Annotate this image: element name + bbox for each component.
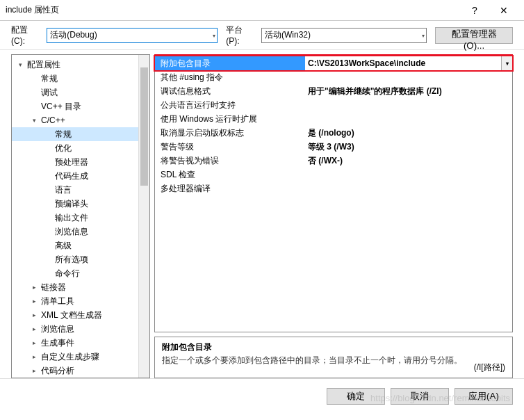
property-name: SDL 检查: [155, 169, 305, 181]
tree-item-label: 预处理器: [55, 156, 88, 168]
tree-item[interactable]: ▸代码分析: [12, 364, 138, 378]
tree-item[interactable]: 所有选项: [12, 252, 138, 266]
property-row[interactable]: 多处理器编译: [155, 181, 512, 195]
tree-arrow-icon: ▸: [33, 339, 40, 346]
property-value[interactable]: 用于"编辑并继续"的程序数据库 (/ZI): [305, 86, 512, 97]
property-name: 使用 Windows 运行时扩展: [155, 113, 305, 125]
tree-item-label: 常规: [41, 73, 58, 85]
tree-item[interactable]: 命令行: [12, 266, 138, 280]
property-row[interactable]: 附加包含目录C:\VS2013WorkSpace\include▾: [154, 55, 514, 72]
tree-item-label: 代码生成: [55, 170, 88, 182]
tree-scrollbar[interactable]: [138, 55, 149, 378]
property-row[interactable]: SDL 检查: [155, 168, 512, 181]
tree-item[interactable]: 常规: [12, 72, 138, 86]
tree-item[interactable]: 代码生成: [12, 169, 138, 183]
property-tree[interactable]: ▾配置属性常规调试VC++ 目录▾C/C++常规优化预处理器代码生成语言预编译头…: [12, 55, 138, 378]
tree-item[interactable]: 常规: [12, 127, 138, 141]
sidebar: ▾配置属性常规调试VC++ 目录▾C/C++常规优化预处理器代码生成语言预编译头…: [11, 54, 150, 378]
tree-item[interactable]: 调试: [12, 86, 138, 99]
ok-button[interactable]: 确定: [327, 388, 385, 405]
tree-item[interactable]: ▸浏览信息: [12, 322, 138, 336]
tree-arrow-icon: ▸: [33, 353, 40, 360]
apply-button[interactable]: 应用(A): [455, 388, 513, 405]
property-name: 调试信息格式: [155, 86, 305, 97]
property-name: 取消显示启动版权标志: [155, 127, 305, 139]
property-value[interactable]: 等级 3 (/W3): [305, 141, 512, 153]
config-manager-button[interactable]: 配置管理器(O)...: [435, 27, 513, 44]
tree-item-label: 命令行: [55, 268, 80, 280]
tree-item-label: 常规: [55, 129, 72, 140]
tree-item-label: 语言: [55, 184, 72, 196]
platform-combo[interactable]: 活动(Win32) ▾: [261, 28, 427, 43]
property-name: 其他 #using 指令: [155, 72, 305, 83]
tree-item[interactable]: 输出文件: [12, 211, 138, 225]
description-text: 指定一个或多个要添加到包含路径中的目录；当目录不止一个时，请用分号分隔。: [162, 355, 505, 366]
property-name: 多处理器编译: [155, 183, 305, 195]
tree-item-label: 预编译头: [55, 198, 88, 210]
tree-item[interactable]: ▸自定义生成步骤: [12, 350, 138, 364]
tree-arrow-icon: ▸: [33, 325, 40, 332]
property-grid[interactable]: 附加包含目录C:\VS2013WorkSpace\include▾其他 #usi…: [154, 54, 513, 332]
tree-item-label: 调试: [41, 87, 58, 99]
tree-item[interactable]: ▾配置属性: [12, 58, 138, 72]
tree-item-label: VC++ 目录: [41, 101, 81, 113]
tree-item-label: XML 文档生成器: [41, 309, 102, 321]
description-switch: (/I[路径]): [474, 362, 505, 373]
property-name: 警告等级: [155, 141, 305, 153]
property-row[interactable]: 其他 #using 指令: [155, 70, 512, 84]
tree-item[interactable]: 预处理器: [12, 155, 138, 169]
tree-item[interactable]: 预编译头: [12, 197, 138, 211]
tree-item[interactable]: 语言: [12, 183, 138, 197]
chevron-down-icon: ▾: [422, 32, 425, 38]
config-label: 配置(C):: [11, 24, 41, 46]
cancel-button[interactable]: 取消: [391, 388, 449, 405]
property-row[interactable]: 警告等级等级 3 (/W3): [155, 140, 512, 154]
tree-item-label: 所有选项: [55, 254, 88, 266]
property-row[interactable]: 使用 Windows 运行时扩展: [155, 112, 512, 126]
tree-item[interactable]: VC++ 目录: [12, 99, 138, 113]
property-value[interactable]: C:\VS2013WorkSpace\include▾: [305, 56, 512, 70]
tree-item-label: 浏览信息: [55, 226, 88, 238]
property-row[interactable]: 取消显示启动版权标志是 (/nologo): [155, 126, 512, 140]
tree-item-label: 生成事件: [41, 337, 74, 349]
tree-item-label: 浏览信息: [41, 323, 74, 335]
tree-item[interactable]: ▸清单工具: [12, 294, 138, 308]
main-area: ▾配置属性常规调试VC++ 目录▾C/C++常规优化预处理器代码生成语言预编译头…: [0, 50, 524, 378]
footer: 确定 取消 应用(A) https://blog.csdn.net/remind…: [0, 378, 524, 413]
platform-label: 平台(P):: [226, 24, 256, 46]
tree-item-label: 高级: [55, 240, 72, 252]
config-value: 活动(Debug): [50, 29, 97, 41]
config-combo[interactable]: 活动(Debug) ▾: [47, 28, 218, 43]
property-name: 公共语言运行时支持: [155, 99, 305, 111]
property-value[interactable]: 是 (/nologo): [305, 127, 512, 139]
tree-item-label: 链接器: [41, 282, 66, 293]
tree-item[interactable]: 高级: [12, 239, 138, 252]
property-value[interactable]: 否 (/WX-): [305, 155, 512, 167]
property-row[interactable]: 调试信息格式用于"编辑并继续"的程序数据库 (/ZI): [155, 84, 512, 98]
toolbar: 配置(C): 活动(Debug) ▾ 平台(P): 活动(Win32) ▾ 配置…: [0, 21, 524, 50]
tree-item[interactable]: ▸链接器: [12, 280, 138, 294]
dropdown-button[interactable]: ▾: [501, 56, 512, 70]
tree-arrow-icon: ▸: [33, 284, 40, 291]
property-row[interactable]: 将警告视为错误否 (/WX-): [155, 154, 512, 168]
tree-item[interactable]: 浏览信息: [12, 225, 138, 239]
chevron-down-icon: ▾: [213, 32, 215, 38]
scrollbar-thumb[interactable]: [140, 67, 148, 186]
tree-item[interactable]: ▸生成事件: [12, 336, 138, 350]
tree-item-label: 配置属性: [27, 59, 60, 71]
platform-value: 活动(Win32): [265, 29, 311, 41]
content-area: 附加包含目录C:\VS2013WorkSpace\include▾其他 #usi…: [154, 54, 513, 378]
tree-item[interactable]: 优化: [12, 141, 138, 155]
titlebar: include 属性页 ? ✕: [0, 0, 524, 21]
tree-item[interactable]: ▾C/C++: [12, 113, 138, 127]
tree-item-label: 清单工具: [41, 296, 74, 307]
property-name: 将警告视为错误: [155, 155, 305, 167]
tree-item[interactable]: ▸XML 文档生成器: [12, 308, 138, 322]
help-button[interactable]: ?: [460, 1, 489, 20]
tree-item-label: C/C++: [41, 115, 65, 125]
tree-item-label: 优化: [55, 143, 72, 154]
close-button[interactable]: ✕: [489, 1, 518, 20]
property-row[interactable]: 公共语言运行时支持: [155, 98, 512, 112]
tree-arrow-icon: ▾: [33, 117, 40, 124]
description-box: 附加包含目录 指定一个或多个要添加到包含路径中的目录；当目录不止一个时，请用分号…: [154, 337, 513, 378]
